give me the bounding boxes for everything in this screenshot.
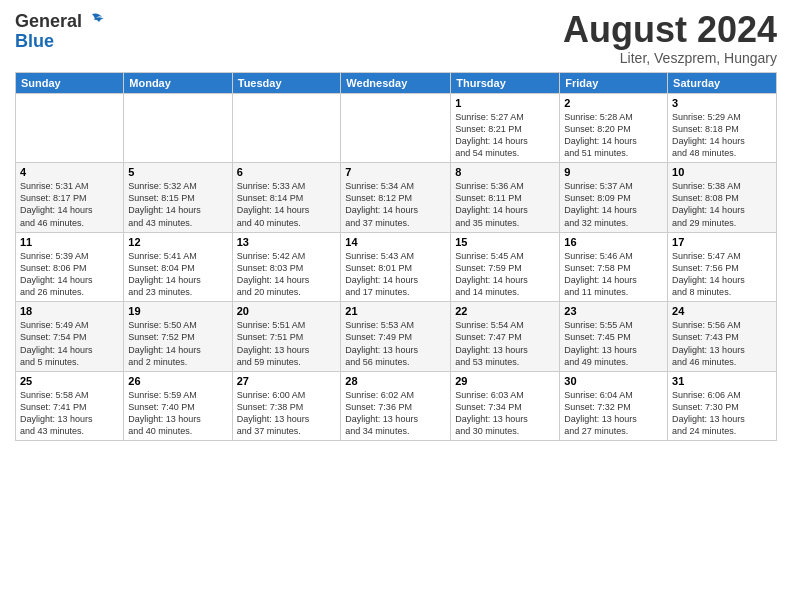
calendar-cell: 12Sunrise: 5:41 AM Sunset: 8:04 PM Dayli… <box>124 232 232 302</box>
day-number: 4 <box>20 166 119 178</box>
logo-blue-text: Blue <box>15 31 54 51</box>
day-number: 19 <box>128 305 227 317</box>
calendar-cell: 27Sunrise: 6:00 AM Sunset: 7:38 PM Dayli… <box>232 371 341 441</box>
calendar-cell: 28Sunrise: 6:02 AM Sunset: 7:36 PM Dayli… <box>341 371 451 441</box>
day-number: 2 <box>564 97 663 109</box>
day-number: 15 <box>455 236 555 248</box>
calendar-cell: 16Sunrise: 5:46 AM Sunset: 7:58 PM Dayli… <box>560 232 668 302</box>
day-info: Sunrise: 6:04 AM Sunset: 7:32 PM Dayligh… <box>564 390 637 436</box>
day-number: 22 <box>455 305 555 317</box>
day-info: Sunrise: 6:02 AM Sunset: 7:36 PM Dayligh… <box>345 390 418 436</box>
day-number: 17 <box>672 236 772 248</box>
calendar-table: SundayMondayTuesdayWednesdayThursdayFrid… <box>15 72 777 442</box>
day-number: 31 <box>672 375 772 387</box>
calendar-cell: 2Sunrise: 5:28 AM Sunset: 8:20 PM Daylig… <box>560 93 668 163</box>
day-number: 1 <box>455 97 555 109</box>
calendar-cell: 6Sunrise: 5:33 AM Sunset: 8:14 PM Daylig… <box>232 163 341 233</box>
day-info: Sunrise: 5:51 AM Sunset: 7:51 PM Dayligh… <box>237 320 310 366</box>
day-number: 10 <box>672 166 772 178</box>
logo-bird-icon <box>84 10 106 32</box>
calendar-cell: 15Sunrise: 5:45 AM Sunset: 7:59 PM Dayli… <box>451 232 560 302</box>
day-number: 11 <box>20 236 119 248</box>
day-number: 23 <box>564 305 663 317</box>
day-number: 25 <box>20 375 119 387</box>
calendar-cell: 24Sunrise: 5:56 AM Sunset: 7:43 PM Dayli… <box>668 302 777 372</box>
day-info: Sunrise: 5:31 AM Sunset: 8:17 PM Dayligh… <box>20 181 93 227</box>
day-info: Sunrise: 5:43 AM Sunset: 8:01 PM Dayligh… <box>345 251 418 297</box>
title-block: August 2024 Liter, Veszprem, Hungary <box>563 10 777 66</box>
location-text: Liter, Veszprem, Hungary <box>563 50 777 66</box>
calendar-cell <box>232 93 341 163</box>
calendar-cell: 11Sunrise: 5:39 AM Sunset: 8:06 PM Dayli… <box>16 232 124 302</box>
calendar-cell: 17Sunrise: 5:47 AM Sunset: 7:56 PM Dayli… <box>668 232 777 302</box>
day-number: 5 <box>128 166 227 178</box>
weekday-header: Sunday <box>16 72 124 93</box>
day-info: Sunrise: 5:27 AM Sunset: 8:21 PM Dayligh… <box>455 112 528 158</box>
day-number: 7 <box>345 166 446 178</box>
calendar-cell: 20Sunrise: 5:51 AM Sunset: 7:51 PM Dayli… <box>232 302 341 372</box>
weekday-header: Thursday <box>451 72 560 93</box>
calendar-cell: 13Sunrise: 5:42 AM Sunset: 8:03 PM Dayli… <box>232 232 341 302</box>
calendar-cell: 31Sunrise: 6:06 AM Sunset: 7:30 PM Dayli… <box>668 371 777 441</box>
calendar-cell: 23Sunrise: 5:55 AM Sunset: 7:45 PM Dayli… <box>560 302 668 372</box>
calendar-cell: 19Sunrise: 5:50 AM Sunset: 7:52 PM Dayli… <box>124 302 232 372</box>
weekday-header: Monday <box>124 72 232 93</box>
weekday-header: Saturday <box>668 72 777 93</box>
calendar-cell: 3Sunrise: 5:29 AM Sunset: 8:18 PM Daylig… <box>668 93 777 163</box>
day-info: Sunrise: 5:38 AM Sunset: 8:08 PM Dayligh… <box>672 181 745 227</box>
calendar-header-row: SundayMondayTuesdayWednesdayThursdayFrid… <box>16 72 777 93</box>
day-info: Sunrise: 5:37 AM Sunset: 8:09 PM Dayligh… <box>564 181 637 227</box>
calendar-cell <box>124 93 232 163</box>
logo: General Blue <box>15 10 106 51</box>
calendar-cell: 21Sunrise: 5:53 AM Sunset: 7:49 PM Dayli… <box>341 302 451 372</box>
calendar-cell: 26Sunrise: 5:59 AM Sunset: 7:40 PM Dayli… <box>124 371 232 441</box>
day-info: Sunrise: 6:06 AM Sunset: 7:30 PM Dayligh… <box>672 390 745 436</box>
day-info: Sunrise: 6:03 AM Sunset: 7:34 PM Dayligh… <box>455 390 528 436</box>
day-info: Sunrise: 5:42 AM Sunset: 8:03 PM Dayligh… <box>237 251 310 297</box>
day-number: 26 <box>128 375 227 387</box>
day-number: 8 <box>455 166 555 178</box>
day-number: 21 <box>345 305 446 317</box>
calendar-cell: 14Sunrise: 5:43 AM Sunset: 8:01 PM Dayli… <box>341 232 451 302</box>
day-info: Sunrise: 5:58 AM Sunset: 7:41 PM Dayligh… <box>20 390 93 436</box>
day-info: Sunrise: 5:53 AM Sunset: 7:49 PM Dayligh… <box>345 320 418 366</box>
day-info: Sunrise: 5:46 AM Sunset: 7:58 PM Dayligh… <box>564 251 637 297</box>
day-number: 16 <box>564 236 663 248</box>
logo-general-text: General <box>15 12 82 30</box>
day-number: 27 <box>237 375 337 387</box>
calendar-cell: 29Sunrise: 6:03 AM Sunset: 7:34 PM Dayli… <box>451 371 560 441</box>
calendar-cell: 1Sunrise: 5:27 AM Sunset: 8:21 PM Daylig… <box>451 93 560 163</box>
weekday-header: Wednesday <box>341 72 451 93</box>
day-info: Sunrise: 5:59 AM Sunset: 7:40 PM Dayligh… <box>128 390 201 436</box>
day-info: Sunrise: 5:39 AM Sunset: 8:06 PM Dayligh… <box>20 251 93 297</box>
day-number: 30 <box>564 375 663 387</box>
day-number: 9 <box>564 166 663 178</box>
day-number: 14 <box>345 236 446 248</box>
day-number: 24 <box>672 305 772 317</box>
calendar-cell: 7Sunrise: 5:34 AM Sunset: 8:12 PM Daylig… <box>341 163 451 233</box>
month-title: August 2024 <box>563 10 777 50</box>
day-info: Sunrise: 5:33 AM Sunset: 8:14 PM Dayligh… <box>237 181 310 227</box>
calendar-cell: 30Sunrise: 6:04 AM Sunset: 7:32 PM Dayli… <box>560 371 668 441</box>
day-number: 18 <box>20 305 119 317</box>
day-info: Sunrise: 5:32 AM Sunset: 8:15 PM Dayligh… <box>128 181 201 227</box>
day-number: 3 <box>672 97 772 109</box>
day-info: Sunrise: 5:36 AM Sunset: 8:11 PM Dayligh… <box>455 181 528 227</box>
day-info: Sunrise: 5:45 AM Sunset: 7:59 PM Dayligh… <box>455 251 528 297</box>
calendar-cell: 25Sunrise: 5:58 AM Sunset: 7:41 PM Dayli… <box>16 371 124 441</box>
day-info: Sunrise: 5:49 AM Sunset: 7:54 PM Dayligh… <box>20 320 93 366</box>
calendar-cell: 18Sunrise: 5:49 AM Sunset: 7:54 PM Dayli… <box>16 302 124 372</box>
calendar-cell <box>341 93 451 163</box>
day-info: Sunrise: 5:47 AM Sunset: 7:56 PM Dayligh… <box>672 251 745 297</box>
day-info: Sunrise: 5:34 AM Sunset: 8:12 PM Dayligh… <box>345 181 418 227</box>
calendar-cell: 5Sunrise: 5:32 AM Sunset: 8:15 PM Daylig… <box>124 163 232 233</box>
calendar-cell: 10Sunrise: 5:38 AM Sunset: 8:08 PM Dayli… <box>668 163 777 233</box>
calendar-cell: 9Sunrise: 5:37 AM Sunset: 8:09 PM Daylig… <box>560 163 668 233</box>
day-number: 29 <box>455 375 555 387</box>
day-info: Sunrise: 5:55 AM Sunset: 7:45 PM Dayligh… <box>564 320 637 366</box>
day-number: 28 <box>345 375 446 387</box>
day-info: Sunrise: 5:54 AM Sunset: 7:47 PM Dayligh… <box>455 320 528 366</box>
day-number: 6 <box>237 166 337 178</box>
calendar-cell: 22Sunrise: 5:54 AM Sunset: 7:47 PM Dayli… <box>451 302 560 372</box>
weekday-header: Tuesday <box>232 72 341 93</box>
